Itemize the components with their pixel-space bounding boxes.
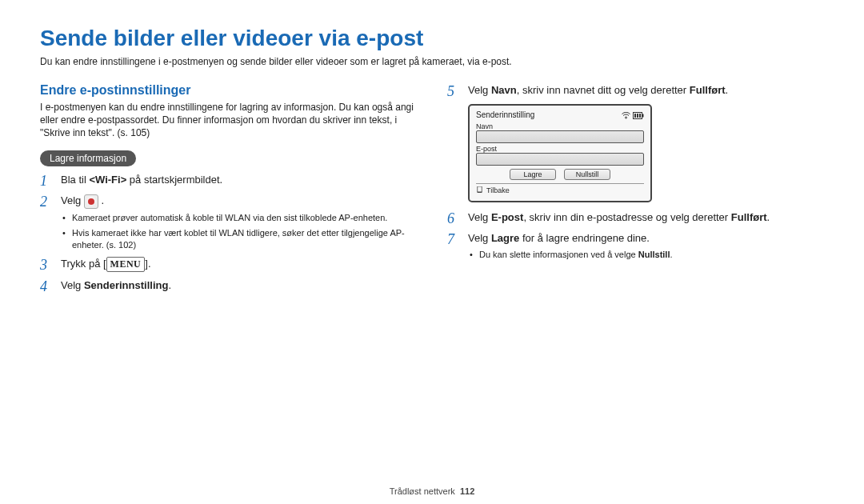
right-column: Velg Navn, skriv inn navnet ditt og velg… xyxy=(447,83,824,300)
step-2-sub-1: Kameraet prøver automatisk å koble til W… xyxy=(61,212,417,224)
left-column: Endre e-postinnstillinger I e-postmenyen… xyxy=(40,83,417,300)
wifi-icon xyxy=(622,112,630,119)
camera-display: Senderinnstilling Navn E-post Lagre Null… xyxy=(468,104,652,202)
info-pill: Lagre informasjon xyxy=(40,150,136,166)
camera-field-navn-label: Navn xyxy=(476,122,644,130)
svg-rect-2 xyxy=(634,114,636,118)
step-2-sub-2: Hvis kameraet ikke har vært koblet til W… xyxy=(61,227,417,251)
section-heading: Endre e-postinnstillinger xyxy=(40,83,417,98)
camera-reset-button[interactable]: Nullstill xyxy=(564,169,610,180)
step-7-sub-1: Du kan slette informasjonen ved å velge … xyxy=(468,249,824,261)
section-body: I e-postmenyen kan du endre innstillinge… xyxy=(40,101,417,140)
step-5: Velg Navn, skriv inn navnet ditt og velg… xyxy=(447,83,824,98)
step-3: Trykk på [MENU]. xyxy=(40,257,417,272)
menu-button-label: MENU xyxy=(106,257,146,272)
svg-rect-3 xyxy=(637,114,638,118)
svg-rect-5 xyxy=(478,186,482,192)
camera-title: Senderinnstilling xyxy=(476,110,534,119)
camera-save-button[interactable]: Lagre xyxy=(510,169,556,180)
footer-section: Trådløst nettverk xyxy=(390,486,455,496)
step-6: Velg E-post, skriv inn din e-postadresse… xyxy=(447,210,824,225)
step-7: Velg Lagre for å lagre endringene dine. … xyxy=(447,231,824,261)
step-1: Bla til <Wi-Fi> på startskjermbildet. xyxy=(40,173,417,187)
camera-back-label[interactable]: Tilbake xyxy=(486,186,510,194)
step-4: Velg Senderinnstilling. xyxy=(40,278,417,293)
camera-field-epost-input[interactable] xyxy=(476,153,644,166)
page-title: Sende bilder eller videoer via e-post xyxy=(40,26,824,51)
svg-rect-1 xyxy=(642,114,644,117)
email-app-icon xyxy=(84,194,98,209)
camera-field-navn-input[interactable] xyxy=(476,130,644,143)
battery-icon xyxy=(633,112,644,119)
camera-status-icons xyxy=(622,110,644,119)
steps-left: Bla til <Wi-Fi> på startskjermbildet. Ve… xyxy=(40,173,417,293)
page-description: Du kan endre innstillingene i e-postmeny… xyxy=(40,56,824,69)
footer-page-number: 112 xyxy=(460,486,474,496)
camera-field-epost-label: E-post xyxy=(476,145,644,153)
steps-right-cont: Velg E-post, skriv inn din e-postadresse… xyxy=(447,210,824,261)
svg-rect-4 xyxy=(639,114,641,118)
step-2: Velg . Kameraet prøver automatisk å kobl… xyxy=(40,194,417,250)
steps-right: Velg Navn, skriv inn navnet ditt og velg… xyxy=(447,83,824,98)
back-icon xyxy=(476,186,483,194)
page-footer: Trådløst nettverk 112 xyxy=(0,486,864,496)
